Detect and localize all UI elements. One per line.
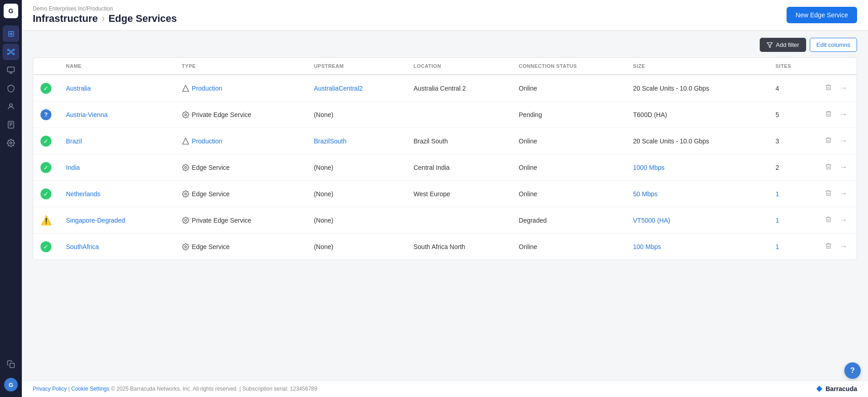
svg-point-21: [185, 114, 187, 116]
sites-link[interactable]: 1: [776, 217, 779, 224]
name-link[interactable]: Singapore-Degraded: [66, 217, 125, 224]
name-link[interactable]: Brazil: [66, 137, 82, 145]
delete-button[interactable]: [823, 82, 834, 95]
location-cell: Central India: [406, 154, 511, 181]
type-link[interactable]: Production: [192, 137, 222, 145]
size-cell: 1000 Mbps: [626, 154, 768, 181]
table-row: ? Austria-Vienna Private Edge Service (N…: [33, 102, 857, 128]
size-link[interactable]: 1000 Mbps: [633, 164, 665, 171]
upstream-link[interactable]: BrazilSouth: [314, 137, 347, 145]
status-icon-ok: ✓: [40, 136, 51, 147]
sites-link[interactable]: 1: [776, 190, 779, 198]
delete-button[interactable]: [823, 214, 834, 227]
svg-point-26: [185, 246, 187, 248]
navigate-button[interactable]: →: [838, 187, 849, 200]
sites-link[interactable]: 1: [776, 243, 779, 250]
name-link[interactable]: Austria-Vienna: [66, 111, 108, 118]
size-cell: 20 Scale Units - 10.0 Gbps: [626, 128, 768, 154]
type-link[interactable]: Production: [192, 85, 222, 92]
name-cell: Australia: [59, 75, 175, 102]
size-link[interactable]: 50 Mbps: [633, 190, 658, 198]
footer-left: Privacy Policy | Cookie Settings © 2025 …: [33, 386, 317, 392]
upstream-value: (None): [314, 164, 333, 171]
size-link[interactable]: VT5000 (HA): [633, 217, 671, 224]
delete-button[interactable]: [823, 108, 834, 121]
upstream-value: (None): [314, 243, 333, 250]
status-cell: ✓: [33, 154, 59, 181]
new-edge-service-button[interactable]: New Edge Service: [787, 7, 857, 23]
barracuda-logo: Barracuda: [815, 384, 857, 393]
delete-button[interactable]: [823, 135, 834, 148]
sidebar-item-network[interactable]: [3, 44, 19, 60]
upstream-link[interactable]: AustraliaCentral2: [314, 85, 363, 92]
title-infrastructure: Infrastructure: [33, 13, 98, 25]
delete-button[interactable]: [823, 188, 834, 200]
actions-cell: →: [816, 128, 857, 154]
svg-point-2: [13, 49, 15, 51]
status-cell: ✓: [33, 181, 59, 207]
svg-point-1: [8, 49, 9, 51]
cookie-settings-link[interactable]: Cookie Settings: [71, 386, 109, 392]
type-cell: Edge Service: [175, 234, 307, 260]
status-cell: ⚠️: [33, 207, 59, 234]
col-name: NAME: [59, 58, 175, 75]
upstream-value: (None): [314, 217, 333, 224]
navigate-button[interactable]: →: [838, 240, 849, 253]
status-icon-warn: ⚠️: [40, 215, 51, 226]
help-fab-button[interactable]: ?: [844, 362, 861, 379]
connection-status-cell: Online: [511, 128, 626, 154]
header-left: Demo Enterprises Inc/Production Infrastr…: [33, 5, 177, 25]
page-header: Demo Enterprises Inc/Production Infrastr…: [22, 0, 868, 31]
size-link[interactable]: 100 Mbps: [633, 243, 661, 250]
col-upstream: UPSTREAM: [307, 58, 406, 75]
table-row: ✓ India Edge Service (None) Central Indi…: [33, 154, 857, 181]
upstream-cell: (None): [307, 102, 406, 128]
type-label: Private Edge Service: [192, 111, 252, 118]
col-type: TYPE: [175, 58, 307, 75]
table-toolbar: Add filter Edit columns: [33, 38, 857, 52]
table-row: ✓ Australia Production AustraliaCentral2…: [33, 75, 857, 102]
sidebar-item-dashboard[interactable]: ⊞: [3, 25, 19, 42]
navigate-button[interactable]: →: [838, 108, 849, 121]
edit-columns-button[interactable]: Edit columns: [810, 38, 857, 52]
sites-value: 2: [776, 164, 779, 171]
delete-button[interactable]: [823, 240, 834, 253]
user-avatar[interactable]: G: [4, 378, 18, 392]
sites-value: 3: [776, 137, 779, 145]
location-cell: Brazil South: [406, 128, 511, 154]
navigate-button[interactable]: →: [838, 214, 849, 227]
sidebar-item-copy[interactable]: [3, 356, 19, 372]
sidebar-item-settings[interactable]: [3, 135, 19, 151]
svg-point-12: [10, 104, 12, 107]
navigate-button[interactable]: →: [838, 81, 849, 95]
size-cell: T600D (HA): [626, 102, 768, 128]
table-row: ✓ Brazil Production BrazilSouth Brazil S…: [33, 128, 857, 154]
title-edge-services: Edge Services: [108, 13, 177, 25]
sidebar-item-security[interactable]: [3, 80, 19, 97]
status-icon-ok: ✓: [40, 241, 51, 252]
sidebar-item-monitor[interactable]: [3, 62, 19, 78]
page-footer: Privacy Policy | Cookie Settings © 2025 …: [22, 380, 868, 397]
name-link[interactable]: India: [66, 164, 80, 171]
table-row: ✓ Netherlands Edge Service (None) West E…: [33, 181, 857, 207]
name-link[interactable]: SouthAfrica: [66, 243, 99, 250]
edge-services-table: NAME TYPE UPSTREAM LOCATION CONNECTION S…: [33, 57, 857, 260]
navigate-button[interactable]: →: [838, 161, 849, 174]
location-cell: [406, 102, 511, 128]
navigate-button[interactable]: →: [838, 134, 849, 148]
delete-button[interactable]: [823, 161, 834, 174]
type-gear-icon: [182, 164, 189, 171]
location-cell: [406, 207, 511, 234]
add-filter-button[interactable]: Add filter: [760, 38, 806, 52]
type-cell: Edge Service: [175, 181, 307, 207]
name-cell: Singapore-Degraded: [59, 207, 175, 234]
type-cell: Edge Service: [175, 154, 307, 181]
privacy-policy-link[interactable]: Privacy Policy: [33, 386, 67, 392]
name-link[interactable]: Netherlands: [66, 190, 101, 198]
sidebar-item-users[interactable]: [3, 98, 19, 115]
col-location: LOCATION: [406, 58, 511, 75]
name-link[interactable]: Australia: [66, 85, 91, 92]
app-logo[interactable]: G: [4, 4, 18, 18]
svg-point-25: [185, 219, 187, 221]
sidebar-item-docs[interactable]: [3, 117, 19, 133]
